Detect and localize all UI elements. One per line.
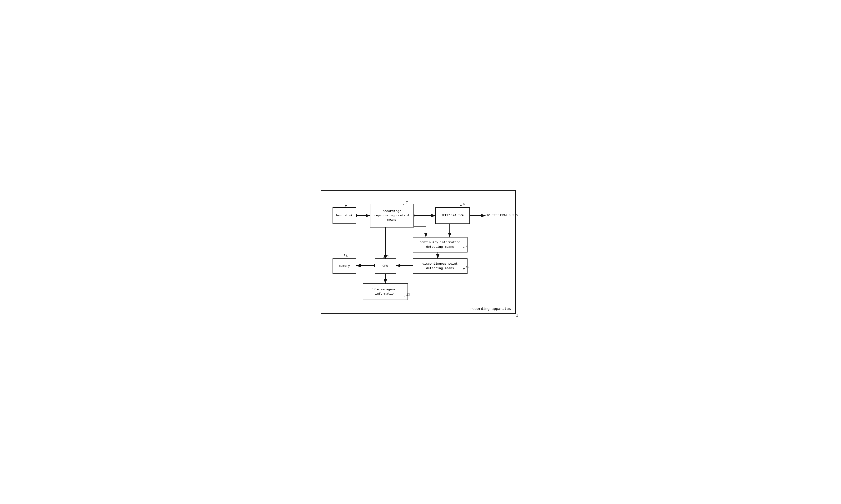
ref-9: 9 (466, 244, 468, 248)
ref-6-tick: ⌐ (460, 204, 462, 208)
page: hard disk 8 ⌐ recording/ reproducing con… (314, 183, 528, 321)
recording-apparatus-text: recording apparatus (470, 307, 511, 311)
ref-11: 11 (386, 254, 389, 258)
ref-8-tick: ⌐ (345, 204, 347, 208)
ref-10-tick: ⌐ (463, 267, 465, 271)
continuity-box: continuity information detecting means (413, 237, 467, 252)
ref-11-tick: ⌐ (383, 255, 386, 259)
hard-disk-box: hard disk (333, 207, 356, 224)
memory-box: memory (333, 258, 356, 274)
ref-13: 13 (406, 293, 410, 296)
outer-box: hard disk 8 ⌐ recording/ reproducing con… (321, 190, 516, 314)
ieee1394-label: IEEE1394 I/F (441, 213, 464, 218)
hard-disk-label: hard disk (336, 213, 353, 218)
cpu-label: CPU (382, 264, 388, 268)
outer-label: recording apparatus (470, 307, 511, 311)
ref-9-tick: ⌐ (463, 245, 466, 250)
memory-label: memory (339, 264, 350, 268)
discontinuous-box: discontinuous point detecting means (413, 258, 467, 274)
ref-10: 10 (466, 266, 470, 269)
file-management-box: file management information (363, 283, 408, 300)
ref-13-tick: ⌐ (404, 294, 406, 299)
ieee1394-box: IEEE1394 I/F (435, 207, 470, 224)
recording-label: recording/ reproducing control means (372, 209, 412, 222)
external-bus-label: TO IEEE1394 BUS 5 (486, 214, 518, 217)
ref-7-tick: ⌐ (403, 202, 406, 206)
recording-box: recording/ reproducing control means (370, 204, 414, 228)
discontinuous-label: discontinuous point detecting means (415, 262, 465, 270)
ref-6: 6 (463, 202, 465, 206)
continuity-label: continuity information detecting means (415, 240, 465, 249)
ref-7: 7 (406, 201, 408, 204)
ref-12-tick: ⌐ (346, 255, 348, 259)
file-management-label: file management information (365, 287, 406, 296)
ref-1: 1 (516, 314, 518, 318)
cpu-box: CPU (375, 258, 396, 274)
